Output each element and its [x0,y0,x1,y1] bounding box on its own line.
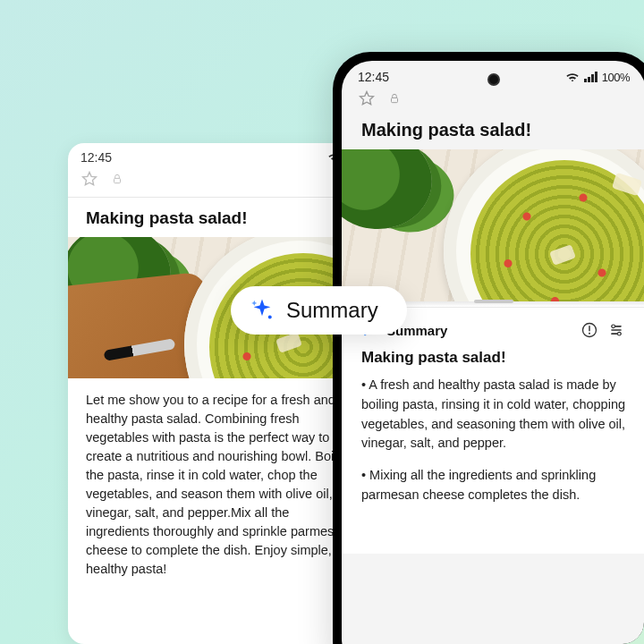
sparkle-icon [249,297,275,324]
info-icon[interactable] [580,320,599,340]
wifi-icon [565,72,580,82]
signal-icon [584,72,597,82]
divider [68,197,372,198]
note-hero-image [342,149,644,301]
note-toolbar [342,88,644,114]
list-adjust-icon[interactable] [606,320,626,340]
summary-title: Making pasta salad! [361,349,626,367]
sheet-handle[interactable] [474,300,513,303]
svg-point-5 [589,333,590,335]
note-title: Making pasta salad! [68,207,372,237]
phone-right-screen: 12:45 100% Making pasta salad! [342,61,644,644]
promo-stage: 12:45 Making pasta salad! Let me show yo… [0,0,644,644]
status-time: 12:45 [358,70,389,84]
svg-point-11 [268,316,272,319]
svg-rect-0 [114,178,121,182]
note-toolbar [68,166,372,195]
svg-rect-1 [392,97,398,102]
svg-point-9 [612,325,615,328]
svg-rect-7 [611,329,622,331]
lock-icon[interactable] [111,173,123,185]
phone-left: 12:45 Making pasta salad! Let me show yo… [68,143,372,644]
status-right: 100% [565,71,630,84]
summary-pill[interactable]: Summary [231,286,407,335]
summary-bullet: • A fresh and healthy pasta salad is mad… [361,376,626,453]
summary-bullet: • Mixing all the ingredients and sprinkl… [361,466,626,505]
status-bar: 12:45 [68,143,372,166]
lock-icon[interactable] [388,92,401,105]
note-title: Making pasta salad! [342,114,644,149]
phone-right: 12:45 100% Making pasta salad! [333,52,644,644]
svg-point-10 [618,332,622,335]
note-body-text: Let me show you to a recipe for a fresh … [68,378,372,591]
favorite-icon[interactable] [358,89,376,107]
summary-panel: Summary Making [342,307,644,554]
status-time: 12:45 [80,150,112,165]
favorite-icon[interactable] [80,170,98,188]
front-camera [487,73,500,86]
battery-text: 100% [602,71,630,84]
summary-pill-label: Summary [286,298,378,323]
